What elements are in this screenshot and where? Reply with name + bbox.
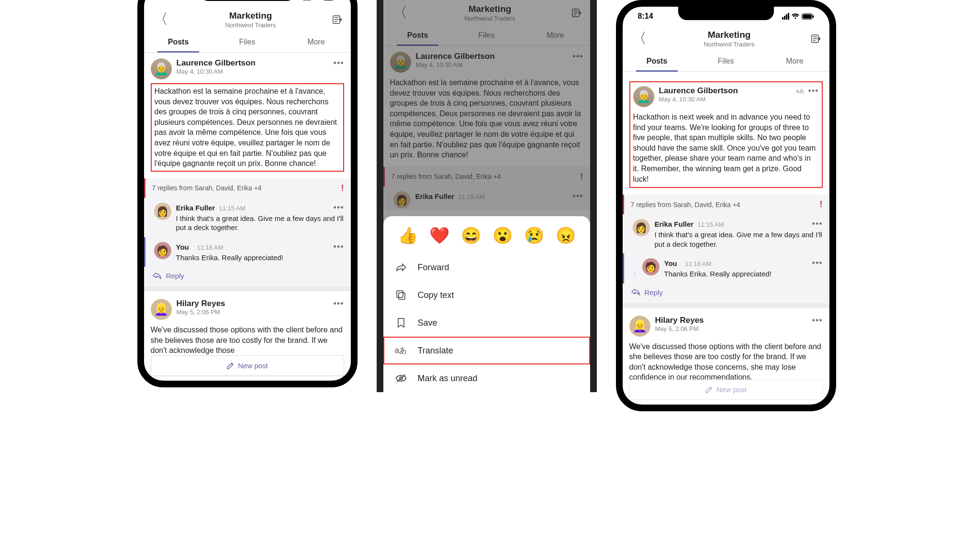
avatar[interactable]: 👨‍🦳 — [390, 52, 411, 73]
post-body[interactable]: Hackathon est la semaine prochaine et à … — [155, 86, 340, 169]
replies-summary[interactable]: 7 replies from Sarah, David, Erika +4 ! — [144, 178, 351, 198]
post-body[interactable]: Hackathon is next week and in advance yo… — [633, 112, 819, 184]
reply-time: 11:18 AM — [197, 244, 223, 251]
reply-more-button[interactable]: ••• — [573, 191, 583, 201]
header-title-block[interactable]: Marketing Northwind Traders — [171, 11, 331, 29]
reaction-sad[interactable]: 😢 — [524, 226, 544, 245]
sheet-save[interactable]: Save — [383, 309, 590, 337]
tab-files[interactable]: Files — [452, 26, 521, 45]
back-button[interactable]: 〈 — [390, 3, 410, 22]
reply-author: You — [176, 243, 189, 251]
sheet-translate[interactable]: aあ Translate — [383, 337, 590, 364]
channel-options-button[interactable] — [809, 32, 823, 45]
avatar[interactable]: 👨‍🦳 — [151, 58, 172, 79]
reply-more-button[interactable]: ••• — [334, 242, 344, 252]
thread-divider — [144, 286, 351, 291]
replies-summary[interactable]: 7 replies from Sarah, David, Erika +4 ! — [623, 195, 829, 214]
reaction-like[interactable]: 👍 — [398, 226, 418, 245]
new-post-label: New post — [716, 385, 747, 394]
sheet-label: Copy text — [418, 290, 454, 300]
highlight-annotation: 👨‍🦳 Laurence Gilbertson May 4, 10:30 AM … — [629, 81, 823, 188]
sheet-forward[interactable]: Forward — [383, 253, 590, 281]
tab-posts[interactable]: Posts — [144, 33, 213, 52]
tab-more[interactable]: More — [521, 26, 590, 45]
tab-posts[interactable]: Posts — [623, 52, 692, 71]
sheet-mark-unread[interactable]: Mark as unread — [383, 364, 590, 392]
post-body[interactable]: We've discussed those options with the c… — [629, 341, 823, 383]
post-author[interactable]: Laurence Gilbertson — [177, 58, 329, 68]
post-more-button[interactable]: ••• — [334, 58, 344, 68]
sheet-label: Forward — [418, 263, 449, 273]
post-more-button[interactable]: ••• — [573, 52, 583, 62]
new-post-button[interactable]: New post — [151, 355, 344, 376]
tab-more[interactable]: More — [761, 52, 829, 71]
post-hilary: 👱‍♀️ Hilary Reyes May 5, 2:06 PM ••• We'… — [144, 293, 351, 358]
tabs: Posts Files More — [383, 26, 590, 46]
avatar[interactable]: 👱‍♀️ — [629, 316, 650, 337]
highlight-annotation: Hackathon est la semaine prochaine et à … — [151, 83, 344, 172]
sheet-label: Translate — [418, 346, 453, 356]
tab-files[interactable]: Files — [213, 33, 282, 52]
translated-indicator-icon[interactable]: aあ — [796, 88, 804, 95]
status-time: 8:14 — [159, 0, 175, 1]
reaction-angry[interactable]: 😠 — [556, 226, 576, 245]
tab-more[interactable]: More — [282, 33, 351, 52]
tab-files[interactable]: Files — [692, 52, 761, 71]
post-body[interactable]: We've discussed those options with the c… — [151, 325, 344, 356]
post-body[interactable]: Hackathon est la semaine prochaine et à … — [390, 77, 583, 160]
compose-icon — [705, 386, 713, 394]
reply-you[interactable]: 〉 🧑 You 11:18 AM ••• Thanks Erika. Reall… — [623, 253, 829, 284]
reply-erika[interactable]: 👩 Erika Fuller 11:15 AM ••• — [383, 187, 590, 210]
reply-time: 11:18 AM — [685, 260, 711, 267]
new-post-button[interactable]: New post — [629, 379, 823, 400]
status-time: 8:14 — [638, 12, 653, 21]
reaction-surprised[interactable]: 😮 — [492, 226, 513, 245]
channel-options-button[interactable] — [570, 6, 583, 20]
reply-more-button[interactable]: ••• — [334, 203, 344, 213]
back-button[interactable]: 〈 — [151, 10, 171, 29]
phone-notch — [678, 7, 774, 20]
compose-icon — [226, 362, 234, 370]
new-post-label: New post — [238, 362, 268, 370]
replies-summary-text: 7 replies from Sarah, David, Erika +4 — [152, 184, 262, 192]
status-bar: 8:14 — [144, 0, 351, 7]
reaction-heart[interactable]: ❤️ — [429, 226, 449, 245]
replies-summary[interactable]: 7 replies from Sarah, David, Erika +4 ! — [383, 167, 590, 187]
reply-erika[interactable]: 👩 Erika Fuller 11:15 AM ••• I think that… — [623, 214, 829, 253]
avatar[interactable]: 👱‍♀️ — [151, 299, 172, 320]
channel-options-button[interactable] — [331, 13, 344, 26]
wifi-icon — [791, 13, 800, 20]
post-author[interactable]: Laurence Gilbertson — [416, 52, 568, 61]
svg-rect-5 — [399, 293, 405, 299]
reply-text: Thanks Erika. Really appreciated! — [664, 269, 823, 279]
tab-posts[interactable]: Posts — [383, 26, 452, 45]
sheet-copy-text[interactable]: Copy text — [383, 281, 590, 309]
reply-time: 11:15 AM — [219, 205, 246, 212]
svg-rect-12 — [813, 15, 814, 18]
post-more-button[interactable]: ••• — [808, 86, 819, 96]
reaction-laugh[interactable]: 😄 — [461, 226, 481, 245]
reply-you[interactable]: 🧑 You 11:18 AM ••• Thanks Erika. Really … — [144, 237, 351, 267]
post-time: May 5, 2:06 PM — [177, 308, 329, 316]
tabs: Posts Files More — [623, 52, 829, 72]
sheet-label: Save — [418, 318, 437, 328]
channel-header: 〈 Marketing Northwind Traders — [623, 26, 829, 52]
avatar: 👩 — [154, 203, 171, 220]
reply-erika[interactable]: 👩 Erika Fuller 11:15 AM ••• I think that… — [144, 198, 351, 237]
channel-options-icon — [811, 33, 821, 44]
post-author[interactable]: Laurence Gilbertson — [659, 86, 792, 96]
reply-more-button[interactable]: ••• — [812, 258, 823, 268]
reply-more-button[interactable]: ••• — [812, 219, 823, 229]
back-button[interactable]: 〈 — [629, 29, 649, 48]
post-author[interactable]: Hilary Reyes — [177, 299, 329, 308]
post-author[interactable]: Hilary Reyes — [655, 316, 807, 325]
svg-rect-6 — [397, 291, 403, 297]
avatar[interactable]: 👨‍🦳 — [633, 86, 654, 107]
importance-icon: ! — [820, 199, 823, 209]
reply-button[interactable]: Reply — [144, 267, 351, 286]
post-more-button[interactable]: ••• — [812, 316, 823, 326]
reply-button[interactable]: Reply — [623, 284, 829, 303]
battery-icon — [323, 0, 336, 0]
wifi-icon — [313, 0, 321, 0]
post-more-button[interactable]: ••• — [334, 299, 344, 309]
